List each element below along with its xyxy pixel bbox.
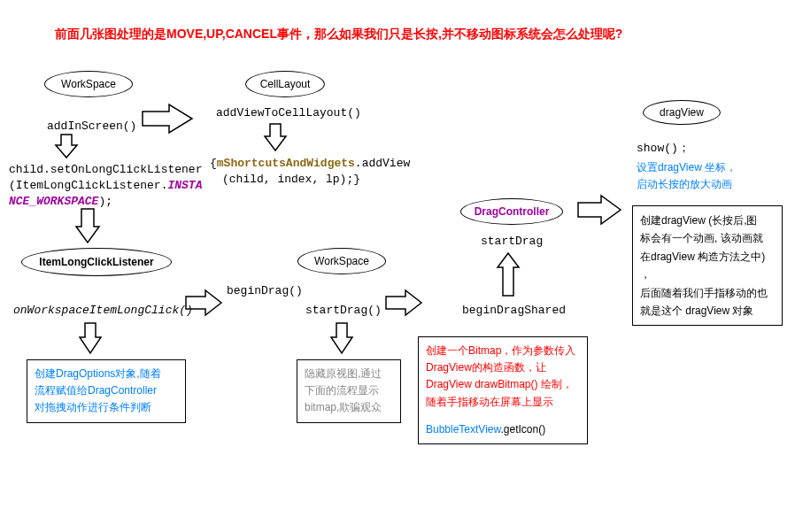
method-startdrag-1: startDrag() — [305, 304, 382, 317]
box-dragview-text: 设置dragView 坐标， 启动长按的放大动画 — [637, 159, 737, 193]
arrow-icon — [184, 289, 223, 317]
box-hideview: 隐藏原视图,通过 下面的流程显示 bitmap,欺骗观众 — [297, 359, 401, 423]
arrow-icon — [78, 321, 103, 355]
code-longclick: child.setOnLongClickListener (ItemLongCl… — [9, 162, 202, 211]
node-workspace-1: WorkSpace — [44, 71, 133, 97]
node-dragview: dragView — [643, 100, 721, 125]
box-bitmap: 创建一个Bitmap，作为参数传入 DragView的构造函数，让 DragVi… — [418, 336, 588, 444]
box-dragoptions: 创建DragOptions对象,随着 流程赋值给DragController 对… — [27, 359, 186, 423]
arrow-icon — [141, 103, 194, 135]
arrow-icon — [74, 207, 101, 244]
method-addviewtocell: addViewToCellLayout() — [216, 106, 361, 120]
node-itemlongclick: ItemLongClickListener — [21, 248, 172, 276]
method-addinscreen: addInScreen() — [47, 120, 136, 133]
arrow-icon — [263, 122, 288, 152]
code-shortcuts: {mShortcutsAndWidgets.addView (child, in… — [210, 156, 410, 188]
arrow-icon — [54, 133, 79, 159]
method-show: show()； — [637, 140, 690, 156]
method-begindrag: beginDrag() — [227, 284, 303, 297]
node-dragcontroller: DragController — [460, 198, 563, 225]
node-workspace-2: WorkSpace — [297, 248, 386, 274]
arrow-icon — [384, 289, 423, 317]
arrow-icon — [576, 194, 622, 226]
method-onworkspaceitemlongclick: onWorkspaceItemLongClick() — [13, 304, 193, 317]
arrow-icon — [496, 251, 521, 297]
method-startdrag-2: startDrag — [481, 235, 543, 248]
method-begindragshared: beginDragShared — [462, 304, 566, 317]
page-title: 前面几张图处理的是MOVE,UP,CANCEL事件，那么如果我们只是长按,并不移… — [55, 27, 622, 42]
node-celllayout: CellLayout — [245, 71, 325, 97]
box-dragview-create: 创建dragView (长按后,图 标会有一个动画, 该动画就 在dragVie… — [632, 205, 783, 326]
arrow-icon — [329, 321, 354, 355]
